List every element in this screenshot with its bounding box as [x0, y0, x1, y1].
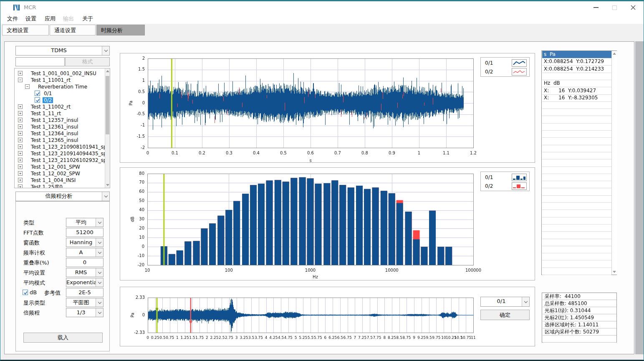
tab-document-settings[interactable]: 文档设置 [2, 25, 49, 35]
analysis-type-combo[interactable]: 倍频程分析 [15, 192, 110, 201]
tree-item-label[interactable]: Test 1_001_001_002_INSU [30, 71, 98, 76]
form-combo-10[interactable]: 1/3 [66, 308, 104, 317]
expand-icon[interactable]: + [18, 71, 23, 76]
menu-output[interactable]: 输出 [61, 15, 76, 23]
readout-row[interactable] [542, 109, 611, 116]
readout-row[interactable] [542, 232, 611, 239]
tree-scrollbar[interactable] [105, 68, 110, 188]
expand-icon[interactable]: + [18, 138, 23, 142]
form-combo-4[interactable]: A [66, 248, 104, 257]
readout-row[interactable] [542, 73, 611, 80]
form-combo-9[interactable]: 平面图 [66, 298, 104, 307]
close-button[interactable] [626, 3, 640, 12]
readout-row[interactable] [542, 260, 611, 268]
readout-row[interactable] [542, 174, 611, 181]
tree-item-label[interactable]: Test 1_1_004_INSI [30, 177, 77, 183]
expand-icon[interactable]: + [18, 158, 23, 162]
overview-waveform-chart[interactable] [120, 287, 535, 346]
minimize-button[interactable] [589, 3, 603, 12]
channel-combo[interactable]: 0/1 [480, 297, 530, 307]
readout-row[interactable] [542, 130, 611, 138]
readout-row[interactable] [542, 224, 611, 232]
readout-row[interactable] [542, 123, 611, 131]
readout-row[interactable] [542, 167, 611, 174]
expand-icon[interactable]: + [18, 144, 23, 149]
readout-row[interactable]: X:0.088254 Y:0.214233 [542, 66, 611, 73]
expand-icon[interactable]: + [18, 164, 23, 169]
form-input-8[interactable]: 2E-5 [66, 288, 104, 297]
form-combo-1[interactable]: 平均 [66, 218, 104, 227]
tree-item-label[interactable]: Test 1_123_211026102932_spw [30, 157, 110, 163]
expand-icon[interactable]: + [18, 124, 23, 129]
tree-item-label[interactable]: Test 1_12_001_SPW [30, 164, 81, 170]
expand-icon[interactable]: + [18, 171, 23, 176]
tree-item-label[interactable]: 0/1 [43, 91, 53, 96]
tree-item-label[interactable]: Test 1_12364_insul [30, 131, 79, 136]
expand-icon[interactable]: + [18, 151, 23, 156]
legend-entry[interactable]: 0/1 [481, 59, 529, 67]
expand-icon[interactable]: + [18, 178, 23, 182]
readout-row[interactable] [542, 152, 611, 159]
collapse-icon[interactable]: − [18, 78, 23, 82]
readout-scrollbar[interactable] [611, 51, 617, 275]
expand-icon[interactable]: + [18, 111, 23, 116]
format-button[interactable]: 格式 [65, 57, 110, 66]
readout-row[interactable] [542, 195, 611, 203]
readout-row[interactable] [542, 202, 611, 210]
menu-about[interactable]: 关于 [81, 15, 95, 23]
tree-item-label[interactable]: Test 1_11_rt [30, 111, 62, 116]
tree-item-label[interactable]: Test 1_11001_rt [30, 77, 72, 83]
readout-row[interactable]: s Pa [542, 51, 611, 58]
filter-input[interactable] [15, 57, 65, 66]
readout-row[interactable]: X:0.088254 Y:0.172729 [542, 58, 611, 66]
menu-settings[interactable]: 设置 [24, 15, 38, 23]
readout-row[interactable] [542, 138, 611, 145]
expand-icon[interactable]: + [18, 104, 23, 109]
readout-row[interactable] [542, 159, 611, 167]
octave-spectrum-chart[interactable] [120, 168, 535, 280]
channel-checkbox[interactable] [35, 97, 40, 103]
tree-item-label[interactable]: Test 1_12357_insul [30, 117, 79, 123]
readout-row[interactable] [542, 101, 611, 109]
expand-icon[interactable]: + [18, 118, 23, 122]
file-format-combo[interactable]: TDMS [15, 46, 110, 56]
tree-item-label[interactable]: Test 1_123_210914094435_spw [30, 151, 110, 157]
tab-channel-settings[interactable]: 通道设置 [50, 25, 96, 35]
legend-entry[interactable]: 0/2 [481, 68, 529, 76]
readout-row[interactable] [542, 268, 611, 275]
window-vertical-scrollbar[interactable] [635, 41, 644, 354]
legend-entry[interactable]: 0/2 [481, 182, 529, 190]
menu-apply[interactable]: 应用 [43, 15, 57, 23]
tree-item-label[interactable]: Reverberation Time [37, 84, 88, 90]
form-input-5[interactable]: 0 [66, 258, 104, 267]
tree-item-label[interactable]: Test 1_12365_insul [30, 137, 79, 143]
readout-row[interactable] [542, 188, 611, 196]
readout-row[interactable] [542, 253, 611, 260]
channel-checkbox[interactable] [35, 91, 40, 96]
legend-entry[interactable]: 0/1 [481, 173, 529, 182]
form-combo-7[interactable]: Exponential [66, 278, 104, 287]
readout-row[interactable] [542, 217, 611, 225]
readout-row[interactable]: X: 16 Y:0.039427 [542, 87, 611, 95]
readout-row[interactable] [542, 181, 611, 188]
readout-row[interactable] [542, 145, 611, 152]
collapse-icon[interactable]: − [25, 84, 30, 89]
tree-scrollbar-thumb[interactable] [106, 76, 109, 134]
readout-row[interactable] [542, 239, 611, 246]
maximize-button[interactable] [607, 3, 621, 12]
readout-row[interactable] [542, 210, 611, 217]
tree-item-label[interactable]: Test 1_12_002_SPW [30, 171, 81, 177]
readout-row[interactable]: X: 16 Y:-8.329305 [542, 94, 611, 102]
tree-item-label[interactable]: 0/2 [43, 97, 53, 103]
tree-item-label[interactable]: Test 1_11002_rt [30, 104, 72, 110]
tab-time-frequency-analysis[interactable]: 时频分析 [96, 25, 145, 35]
form-combo-3[interactable]: Hanning [66, 238, 104, 247]
readout-row[interactable]: Hz dB [542, 80, 611, 87]
load-button[interactable]: 载入 [23, 333, 103, 343]
tree-item-label[interactable]: Test 1_123_210908101941_spw [30, 144, 110, 150]
readout-row[interactable] [542, 246, 611, 253]
tree-item-label[interactable]: Test 1_25度0 [30, 184, 64, 188]
expand-icon[interactable]: + [18, 184, 23, 188]
db-checkbox[interactable] [23, 290, 28, 295]
tree-item-label[interactable]: Test 1_12361_insul [30, 124, 79, 130]
